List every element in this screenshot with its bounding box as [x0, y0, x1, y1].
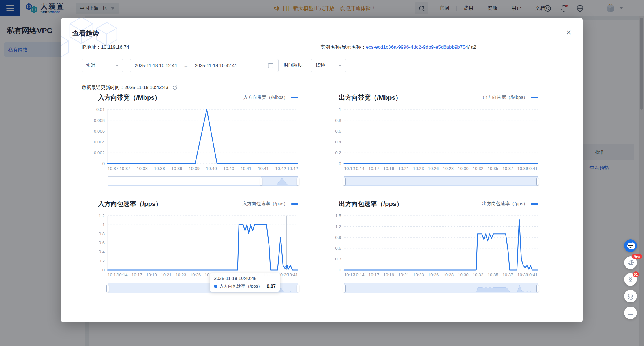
svg-text:10:30: 10:30 — [458, 272, 469, 277]
datazoom-slider-in-bandwidth[interactable] — [108, 176, 298, 186]
mascot-dog-icon — [626, 241, 635, 251]
svg-text:0.2: 0.2 — [335, 150, 341, 155]
datazoom-handle[interactable] — [343, 285, 346, 292]
svg-text:10:26: 10:26 — [428, 272, 439, 277]
svg-text:0.8: 0.8 — [99, 231, 105, 236]
granularity-label: 时间粒度: — [284, 62, 303, 68]
announcements-button[interactable]: New — [624, 256, 637, 269]
tooltip-value: 0.07 — [267, 284, 276, 289]
datazoom-handle[interactable] — [297, 178, 299, 185]
list-arrow-icon — [627, 309, 634, 317]
datazoom-selection[interactable] — [344, 283, 538, 293]
svg-text:10:21: 10:21 — [161, 272, 172, 277]
svg-text:10:38: 10:38 — [137, 166, 148, 171]
svg-text:0: 0 — [102, 161, 105, 166]
mode-select[interactable]: 实时 — [82, 59, 123, 72]
svg-text:0: 0 — [102, 267, 105, 272]
svg-text:10:41: 10:41 — [241, 166, 251, 171]
calendar-icon — [267, 63, 274, 69]
datazoom-handle[interactable] — [297, 285, 299, 292]
range-start: 2025-11-18 10:12:41 — [135, 63, 177, 68]
tooltip-series-dot — [214, 285, 217, 288]
svg-text:10:28: 10:28 — [443, 272, 454, 277]
date-range-picker[interactable]: 2025-11-18 10:12:41 → 2025-11-18 10:42:4… — [130, 59, 279, 72]
line-chart-out-pps[interactable]: 1.51.20.90.60.3010:1210:1410:1710:1910:2… — [330, 212, 538, 278]
svg-text:10:30: 10:30 — [458, 166, 469, 171]
svg-text:10:39: 10:39 — [171, 166, 182, 171]
svg-text:0: 0 — [339, 267, 341, 272]
support-button[interactable] — [624, 290, 637, 302]
svg-text:10:41: 10:41 — [527, 166, 538, 171]
svg-text:10:26: 10:26 — [190, 272, 201, 277]
range-arrow: → — [183, 63, 188, 69]
svg-text:10:26: 10:26 — [428, 166, 439, 171]
legend-in-pps[interactable]: 入方向包速率（/pps） — [183, 201, 298, 207]
svg-text:10:38: 10:38 — [154, 166, 165, 171]
new-badge: New — [632, 254, 642, 259]
svg-text:0.6: 0.6 — [335, 246, 341, 251]
svg-text:10:17: 10:17 — [368, 272, 379, 277]
svg-text:10:39: 10:39 — [189, 166, 200, 171]
close-icon[interactable]: × — [562, 26, 575, 39]
datazoom-handle[interactable] — [343, 178, 346, 185]
svg-text:0.004: 0.004 — [94, 139, 105, 144]
svg-text:10:19: 10:19 — [383, 166, 394, 171]
svg-text:0.4: 0.4 — [335, 139, 341, 144]
svg-text:10:17: 10:17 — [368, 166, 379, 171]
svg-text:0.3: 0.3 — [335, 256, 341, 261]
tooltip-time: 2025-11-18 10:40:45 — [214, 276, 276, 281]
svg-text:10:32: 10:32 — [473, 272, 484, 277]
svg-text:10:14: 10:14 — [117, 272, 128, 277]
datazoom-slider-out-pps[interactable] — [344, 283, 538, 293]
svg-text:10:14: 10:14 — [354, 166, 365, 171]
legend-out-pps[interactable]: 出方向包速率（/pps） — [423, 201, 538, 207]
svg-text:10:35: 10:35 — [487, 166, 498, 171]
legend-in-bandwidth[interactable]: 入方向带宽（/Mbps） — [183, 94, 298, 101]
svg-text:0.002: 0.002 — [94, 150, 105, 155]
refresh-icon[interactable] — [172, 85, 178, 90]
line-chart-in-bandwidth[interactable]: 0.010.0080.0060.0040.002010:3710:3710:38… — [94, 106, 298, 172]
pending-tasks-button[interactable]: 91 — [624, 273, 637, 286]
chevron-down-icon — [115, 65, 119, 67]
svg-text:1: 1 — [102, 222, 105, 227]
hourglass-icon — [627, 276, 634, 283]
datazoom-slider-out-bandwidth[interactable] — [344, 176, 538, 186]
headset-icon — [627, 292, 634, 300]
quick-panel-button[interactable] — [624, 307, 637, 319]
instance-link[interactable]: ecs-ecd1c36a-9996-4dc2-9db9-e5d8abb9b754 — [366, 44, 468, 50]
ai-assistant-button[interactable] — [624, 239, 637, 252]
svg-text:0.9: 0.9 — [335, 235, 341, 240]
granularity-select[interactable]: 15秒 — [311, 59, 346, 72]
svg-text:10:42: 10:42 — [275, 166, 286, 171]
svg-text:0.4: 0.4 — [99, 249, 105, 254]
svg-text:10:40: 10:40 — [206, 166, 217, 171]
legend-line-marker — [291, 203, 298, 205]
chart-title-in-bandwidth: 入方向带宽（/Mbps） — [98, 93, 161, 102]
svg-text:0.01: 0.01 — [96, 107, 105, 112]
datazoom-handle[interactable] — [536, 285, 539, 292]
chart-title-out-bandwidth: 出方向带宽（/Mbps） — [339, 93, 402, 102]
svg-text:10:41: 10:41 — [287, 272, 298, 277]
tooltip-series-label: 入方向包速率（/pps） — [219, 283, 262, 289]
svg-text:10:32: 10:32 — [473, 166, 484, 171]
svg-text:10:35: 10:35 — [487, 272, 498, 277]
svg-text:10:40: 10:40 — [223, 166, 234, 171]
datazoom-selection[interactable] — [344, 176, 538, 186]
svg-text:1.5: 1.5 — [335, 213, 341, 218]
datazoom-handle[interactable] — [536, 178, 539, 185]
line-chart-out-bandwidth[interactable]: 10.80.60.40.2010:1210:1410:1710:1910:211… — [330, 106, 538, 172]
svg-text:10:23: 10:23 — [413, 272, 424, 277]
svg-text:10:37: 10:37 — [502, 166, 513, 171]
svg-text:10:37: 10:37 — [108, 166, 119, 171]
range-end: 2025-11-18 10:42:41 — [195, 63, 237, 68]
chart-tooltip: 2025-11-18 10:40:45 入方向包速率（/pps） 0.07 — [210, 273, 280, 292]
svg-text:10:41: 10:41 — [258, 166, 269, 171]
datazoom-handle[interactable] — [260, 178, 262, 185]
modal-title: 查看趋势 — [72, 29, 99, 38]
legend-out-bandwidth[interactable]: 出方向带宽（/Mbps） — [423, 94, 538, 101]
svg-text:10:42: 10:42 — [287, 166, 298, 171]
line-chart-in-pps[interactable]: 1.210.80.60.40.2010:1210:1410:1710:1910:… — [94, 212, 298, 278]
svg-text:10:21: 10:21 — [398, 272, 409, 277]
datazoom-handle[interactable] — [106, 285, 109, 292]
datazoom-selection[interactable] — [261, 176, 298, 186]
